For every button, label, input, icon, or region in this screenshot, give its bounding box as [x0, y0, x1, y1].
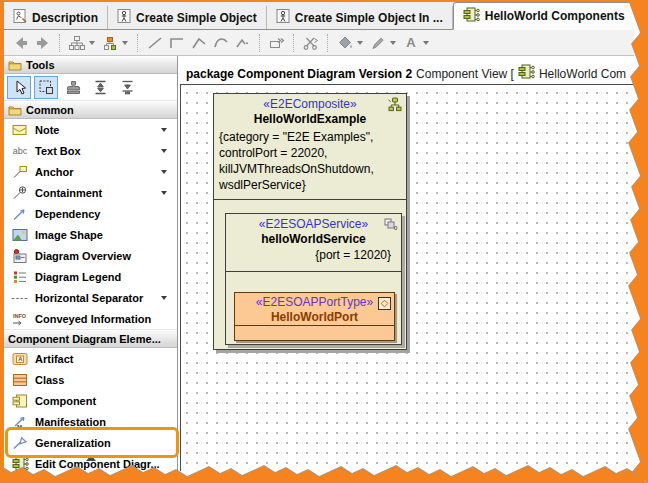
class-icon [11, 373, 29, 387]
oblique-path-icon[interactable] [144, 32, 166, 54]
port-type-helloworldport[interactable]: «E2ESOAPPortType» HelloWorldPort [234, 292, 395, 341]
chevron-down-icon[interactable] [161, 191, 167, 195]
svg-text:M: M [17, 423, 22, 429]
element-name: HelloWorldExample [214, 112, 406, 126]
spline-path-icon[interactable] [232, 32, 254, 54]
palette-item-text-box[interactable]: abc Text Box [4, 140, 177, 161]
tab-create-simple-object[interactable]: Create Simple Object [108, 6, 267, 29]
horizontal-separator-icon: ---- [11, 292, 29, 303]
diagram-canvas[interactable]: package Component Diagram Version 2 Comp… [179, 55, 636, 471]
create-object-tab-icon [117, 9, 131, 26]
screenshot-torn-edge-bottom [0, 461, 648, 483]
stereotype-label: «E2ESOAPService» [226, 217, 401, 231]
diagram-legend-icon [11, 270, 29, 284]
palette-section-tools[interactable]: Tools [4, 55, 177, 74]
port-type-icon [378, 296, 391, 314]
compress-vertical-icon[interactable] [115, 76, 139, 99]
tab-label: Create Simple Object [136, 11, 257, 25]
palette-item-dependency[interactable]: Dependency [4, 203, 177, 224]
curved-path-icon[interactable] [210, 32, 232, 54]
compartment-separator [214, 199, 406, 200]
toolbar-separator [259, 34, 261, 52]
frame-header-name: HelloWorld Com [539, 67, 626, 81]
component-icon [518, 64, 535, 83]
folder-icon [8, 59, 22, 71]
toolbar-separator [137, 34, 139, 52]
distribute-vertical-icon[interactable] [88, 76, 112, 99]
add-related-elements-button[interactable] [99, 32, 132, 54]
chevron-down-icon[interactable] [161, 128, 167, 132]
palette-item-conveyed-information[interactable]: INFO Conveyed Information [4, 308, 177, 329]
pen-color-icon [367, 32, 389, 54]
palette-item-anchor[interactable]: Anchor [4, 161, 177, 182]
detach-connections-icon[interactable] [300, 32, 322, 54]
add-related-elements-icon [99, 32, 121, 54]
toolbar-separator [59, 34, 61, 52]
tab-label: HelloWorld Components [485, 9, 625, 23]
autosize-shape-icon[interactable] [266, 32, 288, 54]
dependency-icon [11, 207, 29, 221]
manifestation-icon: M [11, 415, 29, 429]
frame-header-context: Component View [ [416, 67, 514, 81]
element-name: helloWorldService [226, 232, 401, 246]
palette-item-diagram-legend[interactable]: Diagram Legend [4, 266, 177, 287]
composite-component-helloworldexample[interactable]: «E2EComposite» HelloWorldExample {catego… [213, 93, 407, 350]
diagram-overview-icon [11, 249, 29, 263]
diagram-frame-border [180, 62, 181, 471]
diagram-frame-header[interactable]: package Component Diagram Version 2 Comp… [180, 62, 636, 85]
service-icon: 0 [384, 217, 398, 235]
tab-create-simple-object-in[interactable]: Create Simple Object In ... [267, 6, 453, 29]
marquee-select-icon[interactable] [34, 76, 58, 99]
palette-section-common[interactable]: Common [4, 100, 177, 119]
chevron-down-icon [122, 41, 128, 45]
palette-item-containment[interactable]: Containment [4, 182, 177, 203]
palette-item-artifact[interactable]: A Artifact [4, 348, 177, 369]
diagram-palette: Tools Common Note abc Text Box Anchor [4, 55, 178, 471]
soap-service-helloworldservice[interactable]: 0 «E2ESOAPService» helloWorldService {po… [225, 213, 402, 345]
forward-arrow-icon[interactable] [32, 32, 54, 54]
chevron-down-icon [390, 41, 396, 45]
toolbar-separator [327, 34, 329, 52]
palette-item-manifestation[interactable]: M Manifestation [4, 411, 177, 432]
fill-color-button[interactable] [334, 32, 367, 54]
anchor-icon [11, 165, 29, 179]
description-tab-icon [13, 9, 27, 26]
back-arrow-icon[interactable] [10, 32, 32, 54]
image-shape-icon [11, 228, 29, 242]
palette-item-image-shape[interactable]: Image Shape [4, 224, 177, 245]
tab-label: Create Simple Object In ... [295, 11, 443, 25]
fill-color-icon [334, 32, 356, 54]
screenshot-torn-edge-right [624, 0, 648, 483]
containment-tree-button[interactable] [66, 32, 99, 54]
component-tab-icon [463, 7, 480, 26]
palette-item-class[interactable]: Class [4, 369, 177, 390]
select-cursor-icon[interactable] [7, 76, 31, 99]
folder-icon [8, 104, 22, 116]
element-name: HelloWorldPort [235, 310, 394, 324]
pen-color-button[interactable] [367, 32, 400, 54]
palette-item-component[interactable]: Component [4, 390, 177, 411]
stereotype-label: «E2EComposite» [214, 97, 406, 111]
toolbar-separator [293, 34, 295, 52]
chevron-down-icon[interactable] [161, 149, 167, 153]
chevron-down-icon [89, 41, 95, 45]
tab-description[interactable]: Description [4, 6, 108, 29]
chevron-down-icon[interactable] [161, 170, 167, 174]
palette-item-diagram-overview[interactable]: Diagram Overview [4, 245, 177, 266]
rectilinear-path-icon[interactable] [166, 32, 188, 54]
textbox-icon: abc [11, 146, 29, 156]
tab-label: Description [32, 11, 98, 25]
frame-header-kind: package Component Diagram Version 2 [186, 67, 412, 81]
font-settings-button[interactable]: A [400, 32, 433, 54]
chevron-down-icon[interactable] [161, 296, 167, 300]
palette-item-note[interactable]: Note [4, 119, 177, 140]
tools-button-row [4, 74, 177, 100]
palette-item-horizontal-separator[interactable]: ---- Horizontal Separator [4, 287, 177, 308]
font-settings-icon: A [400, 32, 422, 54]
tab-helloworld-components[interactable]: HelloWorld Components × [453, 2, 648, 30]
conveyed-information-icon: INFO [11, 312, 29, 326]
containment-icon [11, 186, 29, 200]
sticky-mode-icon[interactable] [61, 76, 85, 99]
bent-path-icon[interactable] [188, 32, 210, 54]
palette-section-component-diagram-elements[interactable]: Component Diagram Eleme... [4, 329, 177, 348]
